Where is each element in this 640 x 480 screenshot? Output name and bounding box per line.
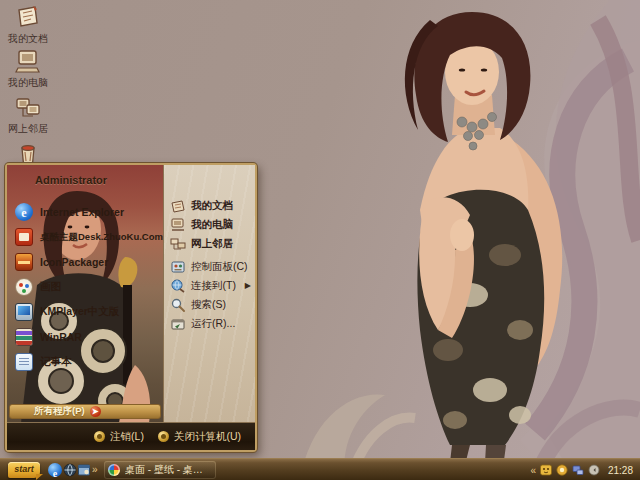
start-menu-bottom-bar: 注销(L) 关闭计算机(U) (7, 422, 255, 450)
start-menu-programs-panel: Administrator e Internet Explorer 桌酷主题De… (7, 165, 164, 422)
program-item-kmplayer[interactable]: KMPlayer中文版 (15, 300, 160, 324)
all-programs-arrow-icon: ➤ (90, 406, 101, 417)
system-tray: « 21:28 (530, 459, 640, 480)
control-panel-icon (170, 259, 186, 275)
kmplayer-icon (15, 303, 33, 321)
start-button[interactable]: start (8, 462, 40, 478)
internet-explorer-icon: e (15, 203, 33, 221)
taskbar-window-button[interactable]: 桌面 - 壁纸 - 桌酷壁... (104, 461, 216, 479)
desktop-icon-label: 网上邻居 (2, 123, 54, 134)
taskbar-clock: 21:28 (608, 465, 633, 476)
program-item-iconpackager[interactable]: IconPackager (15, 250, 160, 274)
program-item-paint[interactable]: 画图 (15, 275, 160, 299)
program-item-notepad[interactable]: 记事本 (15, 350, 160, 374)
gold-badge-icon[interactable] (556, 464, 568, 476)
volume-icon[interactable] (588, 464, 600, 476)
place-item-search[interactable]: 搜索(S) (170, 295, 252, 314)
desktop-icon-my-computer[interactable]: 我的电脑 (2, 47, 54, 88)
start-menu-places-panel: 我的文档 我的电脑 网上邻居 控制面板(C) 连接到(T) 搜索(S) (164, 165, 255, 422)
input-method-icon[interactable] (540, 464, 552, 476)
place-item-my-computer[interactable]: 我的电脑 (170, 215, 252, 234)
program-item-internet-explorer[interactable]: e Internet Explorer (15, 200, 160, 224)
desktop-icon-label: 我的文档 (2, 33, 54, 44)
quick-launch-internet-explorer-icon[interactable]: e (48, 463, 62, 477)
connect-to-icon (170, 278, 186, 294)
my-documents-icon (170, 198, 186, 214)
place-item-run[interactable]: 运行(R)... (170, 314, 252, 333)
quick-launch-globe-icon[interactable] (63, 463, 77, 477)
winrar-icon (15, 328, 33, 346)
start-menu: Administrator e Internet Explorer 桌酷主题De… (5, 163, 257, 452)
desktop-icon-label: 我的电脑 (2, 77, 54, 88)
network-places-icon (170, 236, 186, 252)
desktop-icon-network-places[interactable]: 网上邻居 (2, 93, 54, 134)
network-status-icon[interactable] (572, 464, 584, 476)
place-item-my-documents[interactable]: 我的文档 (170, 196, 252, 215)
iconpackager-icon (15, 253, 33, 271)
shut-down-button[interactable]: 关闭计算机(U) (158, 430, 241, 444)
quick-launch-overflow-chevron[interactable]: » (92, 464, 98, 475)
submenu-arrow-icon: ▶ (245, 281, 251, 290)
pinwheel-icon (108, 464, 120, 476)
program-item-winrar[interactable]: WinRAR (15, 325, 160, 349)
place-item-network-places[interactable]: 网上邻居 (170, 234, 252, 253)
start-menu-user-name: Administrator (35, 174, 107, 186)
tray-expand-chevron[interactable]: « (530, 465, 536, 476)
desktop-icon-my-documents[interactable]: 我的文档 (2, 3, 54, 44)
run-icon (170, 316, 186, 332)
log-off-icon (94, 431, 105, 442)
my-computer-icon (170, 217, 186, 233)
my-documents-icon (14, 3, 42, 31)
shut-down-icon (158, 431, 169, 442)
zhuoku-theme-icon (15, 228, 33, 246)
paint-icon (15, 278, 33, 296)
log-off-button[interactable]: 注销(L) (94, 430, 144, 444)
my-computer-icon (14, 47, 42, 75)
place-item-control-panel[interactable]: 控制面板(C) (170, 257, 252, 276)
program-item-zhuoku-theme[interactable]: 桌酷主题Desk.ZhuoKu.Com (15, 225, 160, 249)
network-places-icon (14, 93, 42, 121)
search-icon (170, 297, 186, 313)
place-item-connect-to[interactable]: 连接到(T) (170, 276, 252, 295)
all-programs-button[interactable]: 所有程序(P) ➤ (9, 404, 161, 419)
notepad-icon (15, 353, 33, 371)
quick-launch-window-icon[interactable] (77, 463, 91, 477)
taskbar: start e » 桌面 - 壁纸 - 桌酷壁... « 21:28 (0, 458, 640, 480)
